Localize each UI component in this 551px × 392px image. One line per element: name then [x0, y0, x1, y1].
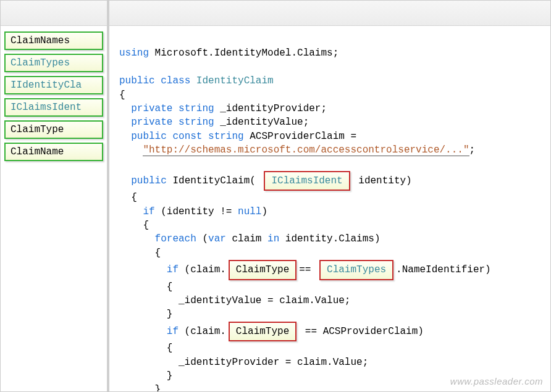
text-assign2: _identityProvider = claim.Value; [179, 357, 368, 368]
code-content: using Microsoft.IdentityModel.Claims; pu… [119, 46, 544, 391]
text-acs-decl: ACSProviderClaim = [244, 131, 356, 142]
text-field2: _identityValue; [214, 117, 309, 128]
kw-var: var [208, 233, 226, 244]
text-claim-pref2: (claim. [179, 326, 226, 337]
string-acs-url: "http://schemas.microsoft.com/accesscont… [143, 144, 469, 156]
text-eq1: == [299, 265, 317, 276]
kw-using: using [119, 48, 149, 59]
drop-slot-3[interactable]: ClaimTypes [319, 260, 393, 280]
drag-item-iidentitycla[interactable]: IIdentityCla [4, 76, 103, 94]
kw-string3: string [208, 131, 244, 142]
code-editor: using Microsoft.IdentityModel.Claims; pu… [109, 1, 550, 391]
main-container: :::::::::::::::: ClaimNames ClaimTypes I… [1, 1, 550, 391]
kw-if3: if [167, 326, 179, 337]
text-param: identity) [353, 175, 412, 186]
kw-public3: public [131, 175, 167, 186]
options-sidebar: ClaimNames ClaimTypes IIdentityCla IClai… [1, 1, 109, 391]
kw-class: class [161, 75, 190, 86]
kw-string1: string [179, 103, 214, 114]
drag-item-claimname[interactable]: ClaimName [4, 143, 103, 161]
text-foreach-item: claim [226, 233, 267, 244]
drop-slot-2[interactable]: ClaimType [229, 260, 297, 280]
drag-item-claimtypes[interactable]: ClaimTypes [4, 54, 103, 72]
text-claim-pref1: (claim. [179, 265, 226, 276]
ctor-name: IdentityClaim [172, 175, 250, 186]
watermark: www.passleader.com [450, 375, 543, 388]
kw-if2: if [167, 265, 179, 276]
kw-if1: if [143, 206, 154, 217]
kw-foreach: foreach [155, 233, 196, 244]
text-field1: _identityProvider; [214, 103, 327, 114]
text-ifcond: (identity != [155, 206, 238, 217]
kw-private1: private [131, 103, 172, 114]
kw-null: null [238, 206, 261, 217]
text-ifclose: ) [261, 206, 267, 217]
kw-const: const [172, 131, 202, 142]
kw-public: public [119, 75, 155, 86]
drop-slot-4[interactable]: ClaimType [229, 322, 297, 341]
kw-in: in [267, 233, 279, 244]
drag-item-claimtype[interactable]: ClaimType [4, 120, 103, 139]
drop-slot-1[interactable]: IClaimsIdent [264, 171, 350, 191]
kw-public2: public [131, 131, 167, 142]
text-foreach-rest: identity.Claims) [279, 233, 380, 244]
text-acsclaim: == ACSProviderClaim) [299, 326, 424, 337]
drag-item-iclaimsident[interactable]: IClaimsIdent [4, 98, 103, 117]
type-classname: IdentityClaim [196, 75, 274, 86]
kw-private2: private [131, 117, 172, 128]
text-using-ns: Microsoft.IdentityModel.Claims; [149, 48, 339, 59]
kw-string2: string [179, 117, 214, 128]
text-assign1: _identityValue = claim.Value; [179, 295, 350, 306]
text-nameid: .NameIdentifier) [396, 265, 491, 276]
drag-item-claimnames[interactable]: ClaimNames [4, 31, 103, 50]
